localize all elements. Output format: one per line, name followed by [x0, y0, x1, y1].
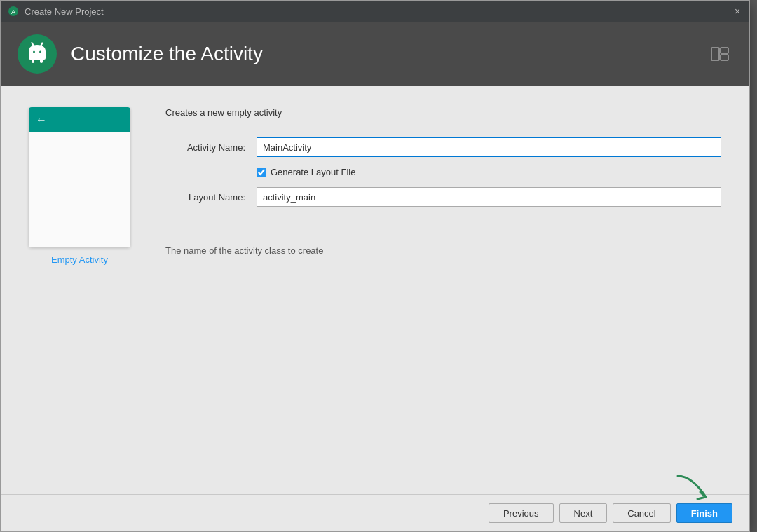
- svg-rect-7: [721, 48, 728, 53]
- form-panel: Creates a new empty activity Activity Na…: [165, 107, 721, 473]
- arrow-indicator: [671, 472, 713, 507]
- dialog-window: A Create New Project × Customize the Act…: [0, 0, 750, 532]
- window-toggle-button[interactable]: [707, 41, 732, 67]
- phone-header: ←: [29, 107, 130, 132]
- header-right: [707, 41, 732, 67]
- header-section: Customize the Activity: [1, 22, 749, 86]
- preview-label: Empty Activity: [51, 254, 108, 265]
- back-arrow-icon: ←: [36, 114, 47, 126]
- title-bar: A Create New Project ×: [1, 1, 749, 22]
- generate-layout-checkbox-label[interactable]: Generate Layout File: [271, 167, 355, 177]
- android-logo: [18, 34, 57, 74]
- android-icon: [25, 41, 50, 67]
- app-icon: A: [8, 6, 19, 17]
- layout-name-label: Layout Name:: [165, 192, 257, 203]
- phone-mockup: ←: [29, 107, 130, 247]
- form-description: Creates a new empty activity: [165, 107, 721, 118]
- page-title: Customize the Activity: [71, 43, 263, 65]
- generate-layout-row: Generate Layout File: [257, 167, 721, 177]
- svg-rect-8: [721, 55, 728, 60]
- next-button[interactable]: Next: [559, 503, 608, 523]
- footer-section: Previous Next Cancel Finish: [1, 494, 749, 531]
- svg-rect-6: [711, 48, 719, 60]
- close-button[interactable]: ×: [732, 6, 742, 16]
- preview-panel: ← Empty Activity: [29, 107, 130, 473]
- svg-point-3: [39, 51, 41, 53]
- cancel-button[interactable]: Cancel: [613, 503, 670, 523]
- layout-name-input[interactable]: [257, 187, 721, 207]
- activity-name-label: Activity Name:: [165, 142, 257, 153]
- phone-body: [29, 132, 130, 247]
- svg-point-2: [33, 51, 35, 53]
- form-grid: Activity Name: Generate Layout File Layo…: [165, 137, 721, 207]
- previous-button[interactable]: Previous: [489, 503, 554, 523]
- divider: [165, 231, 721, 231]
- svg-text:A: A: [11, 8, 15, 15]
- dialog-title: Create New Project: [25, 6, 104, 17]
- content-area: ← Empty Activity Creates a new empty act…: [1, 86, 749, 494]
- generate-layout-checkbox[interactable]: [257, 168, 266, 177]
- title-bar-left: A Create New Project: [8, 6, 104, 17]
- layout-icon: [711, 47, 729, 61]
- hint-text: The name of the activity class to create: [165, 245, 721, 256]
- activity-name-input[interactable]: [257, 137, 721, 157]
